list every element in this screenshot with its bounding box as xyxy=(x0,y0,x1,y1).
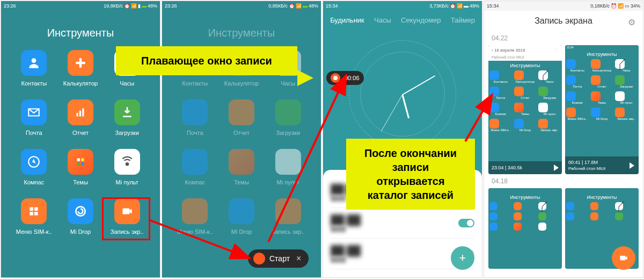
net-speed: 19,8КБ/с xyxy=(104,3,123,9)
battery-icon: ▬ xyxy=(142,3,147,9)
svg-rect-17 xyxy=(620,256,625,260)
play-icon[interactable] xyxy=(554,164,559,171)
status-bar: 23:26 0,85КБ/с ⏰ 📶 ▬ 48% xyxy=(162,1,321,11)
tab-clock[interactable]: Часы xyxy=(374,16,391,24)
svg-rect-13 xyxy=(34,207,38,211)
alarm-row: ██:██████ xyxy=(331,208,474,239)
app-downloads[interactable]: Загрузки xyxy=(104,99,150,136)
page-title: Запись экрана xyxy=(535,16,592,26)
svg-rect-8 xyxy=(81,159,84,161)
record-fab[interactable] xyxy=(612,246,635,270)
date-group-1: 04.22 xyxy=(484,31,643,45)
battery-pct: 48% xyxy=(148,3,157,9)
status-bar: 23:26 19,8КБ/с ⏰ 📶 ▮ ▬ 48% xyxy=(1,1,160,11)
highlight-screen-recorder xyxy=(102,197,150,240)
heart-icon[interactable]: ♡ xyxy=(554,47,559,53)
battery-icon: ▬ xyxy=(303,3,308,9)
phone-screen-1: 23:26 19,8КБ/с ⏰ 📶 ▮ ▬ 48% Инструменты К… xyxy=(1,1,160,278)
record-timer: 00:06 xyxy=(345,75,360,81)
phone-screen-2: 23:26 0,85КБ/с ⏰ 📶 ▬ 48% Инструменты Кон… xyxy=(162,1,321,278)
date-group-2: 04.18 xyxy=(484,174,643,188)
folder-title: Инструменты xyxy=(1,11,160,50)
time: 15:34 xyxy=(487,3,499,9)
recording-thumb-2[interactable]: 15:34 Инструменты Контакты Калькулятор Ч… xyxy=(565,45,639,174)
app-compass[interactable]: Компас xyxy=(11,149,57,185)
battery-pct: 48% xyxy=(309,3,318,9)
floating-start-pill[interactable]: Старт × xyxy=(248,249,309,268)
clock-tabs: Будильник Часы Секундомер Таймер xyxy=(323,11,482,30)
battery-pct: 48% xyxy=(470,3,479,9)
svg-rect-12 xyxy=(30,207,34,211)
app-mail[interactable]: Почта xyxy=(11,99,57,136)
recordings-row-1: ‹ 18 апреля 2018♡ Рабочий стол MIUI Инст… xyxy=(484,45,643,174)
app-mi-drop[interactable]: Mi Drop xyxy=(57,198,104,235)
net-speed: 0,18КБ/с xyxy=(590,3,610,9)
svg-rect-9 xyxy=(77,162,79,165)
time: 15:34 xyxy=(326,3,338,9)
app-themes[interactable]: Темы xyxy=(57,149,104,185)
svg-rect-14 xyxy=(30,212,34,216)
battery-pct: 34% xyxy=(631,3,640,9)
tab-timer[interactable]: Таймер xyxy=(451,16,475,24)
tab-stopwatch[interactable]: Секундомер xyxy=(401,16,441,24)
callout-floating-window: Плавающее окно записи xyxy=(116,46,297,75)
svg-rect-3 xyxy=(76,113,78,117)
svg-rect-15 xyxy=(34,212,38,216)
wifi-icon: 📶 xyxy=(457,3,463,9)
app-calculator[interactable]: Калькулятор xyxy=(57,50,104,87)
battery-icon: ▭ xyxy=(625,3,630,9)
svg-rect-10 xyxy=(81,162,84,165)
gear-icon[interactable]: ⚙ xyxy=(628,17,635,27)
add-alarm-fab[interactable]: + xyxy=(451,246,474,270)
signal-icon: ▮ xyxy=(138,3,141,9)
wifi-icon: 📶 xyxy=(131,3,137,9)
app-contacts[interactable]: Контакты xyxy=(11,50,57,87)
alarm-icon: ⏰ xyxy=(611,3,617,9)
wifi-icon: 📶 xyxy=(296,3,302,9)
record-dot-icon xyxy=(253,253,265,264)
svg-rect-4 xyxy=(79,111,81,117)
svg-point-0 xyxy=(32,58,36,63)
clock-dial xyxy=(349,40,456,148)
net-speed: 0,85КБ/с xyxy=(268,3,288,9)
floating-recording-pill[interactable]: 00:06 xyxy=(326,71,364,85)
callout-tail-icon xyxy=(297,70,313,86)
recorder-header: Запись экрана ⚙ xyxy=(484,11,643,31)
signal-icon: 📶 xyxy=(618,3,624,9)
stop-record-icon[interactable] xyxy=(331,73,340,83)
recording-thumb-1[interactable]: ‹ 18 апреля 2018♡ Рабочий стол MIUI Инст… xyxy=(488,45,562,174)
recording-thumb-3[interactable]: Инструменты xyxy=(488,188,562,269)
alarm-icon: ⏰ xyxy=(450,3,456,9)
app-report[interactable]: Отчет xyxy=(57,99,104,136)
tab-alarm[interactable]: Будильник xyxy=(330,16,364,24)
alarm-icon: ⏰ xyxy=(289,3,295,9)
svg-point-11 xyxy=(125,162,129,166)
app-sim-menu[interactable]: Меню SIM-к.. xyxy=(11,198,57,235)
close-icon[interactable]: × xyxy=(294,254,303,263)
time: 23:26 xyxy=(165,3,177,9)
svg-rect-2 xyxy=(76,62,85,64)
svg-rect-5 xyxy=(82,108,84,116)
start-label: Старт xyxy=(269,254,290,263)
alarm-toggle[interactable] xyxy=(458,219,474,227)
play-icon[interactable] xyxy=(630,162,634,169)
status-bar: 15:34 3,73КБ/с ⏰ 📶 ▬ 48% xyxy=(323,1,482,11)
callout-after-recording: После окончании записи открывается катал… xyxy=(346,139,475,210)
alarm-icon: ⏰ xyxy=(124,3,130,9)
net-speed: 3,73КБ/с xyxy=(429,3,449,9)
battery-icon: ▬ xyxy=(464,3,469,9)
time: 23:26 xyxy=(4,3,16,9)
folder-title: Инструменты xyxy=(162,11,321,50)
phone-screen-4: 15:34 0,18КБ/с ⏰ 📶 ▭ 34% Запись экрана ⚙… xyxy=(484,1,643,278)
status-bar: 15:34 0,18КБ/с ⏰ 📶 ▭ 34% xyxy=(484,1,643,11)
app-mi-remote[interactable]: Mi пульт xyxy=(104,149,150,185)
svg-rect-7 xyxy=(77,159,79,161)
